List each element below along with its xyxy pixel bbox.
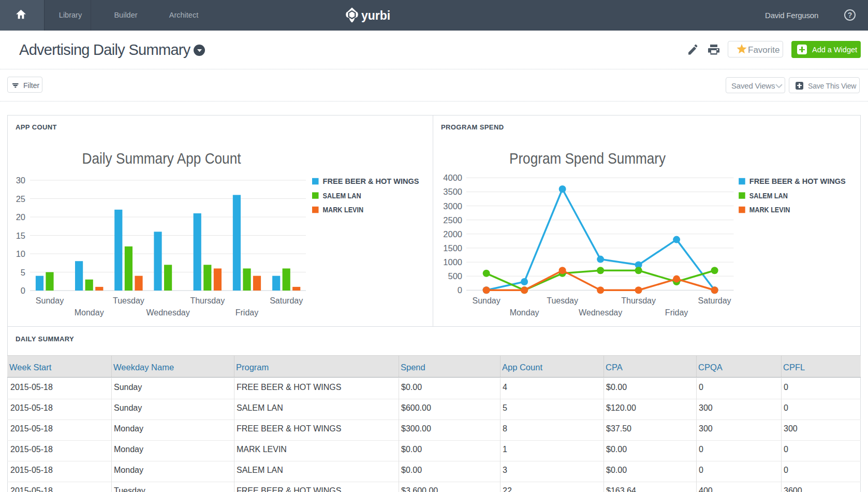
svg-text:1500: 1500 [443,243,462,253]
svg-text:FREE BEER & HOT WINGS: FREE BEER & HOT WINGS [323,177,419,185]
svg-text:Sunday: Sunday [472,296,500,305]
svg-text:Friday: Friday [665,308,688,317]
svg-text:10: 10 [16,249,25,258]
svg-text:Program Spend Summary: Program Spend Summary [509,150,666,167]
svg-text:5: 5 [21,268,25,277]
svg-text:SALEM LAN: SALEM LAN [749,191,788,200]
svg-text:2500: 2500 [443,215,462,225]
svg-text:Saturday: Saturday [270,296,303,305]
svg-text:MARK LEVIN: MARK LEVIN [323,205,364,214]
svg-text:0: 0 [21,286,25,295]
svg-text:SALEM LAN: SALEM LAN [323,191,361,200]
svg-text:Monday: Monday [510,308,539,317]
svg-text:25: 25 [16,194,25,204]
svg-text:FREE BEER & HOT WINGS: FREE BEER & HOT WINGS [749,177,846,185]
svg-text:Thursday: Thursday [190,296,225,305]
svg-text:30: 30 [16,176,25,185]
svg-text:Saturday: Saturday [698,296,731,305]
svg-text:Wednesday: Wednesday [579,308,622,317]
svg-text:15: 15 [16,231,25,240]
svg-text:2000: 2000 [443,229,462,239]
svg-text:Monday: Monday [75,308,104,317]
svg-text:20: 20 [16,212,25,222]
svg-text:Sunday: Sunday [36,296,64,305]
svg-text:1000: 1000 [443,257,462,267]
svg-text:Tuesday: Tuesday [113,296,144,305]
svg-text:3000: 3000 [443,201,462,211]
svg-text:Daily Summary App Count: Daily Summary App Count [82,150,242,167]
svg-text:Thursday: Thursday [621,296,656,305]
svg-text:3500: 3500 [443,187,462,196]
svg-text:Tuesday: Tuesday [547,296,578,305]
svg-text:Friday: Friday [236,308,258,317]
svg-text:4000: 4000 [443,173,462,182]
svg-text:MARK LEVIN: MARK LEVIN [749,205,790,214]
svg-text:0: 0 [458,285,462,295]
svg-text:Wednesday: Wednesday [146,308,189,317]
svg-text:500: 500 [448,271,462,281]
